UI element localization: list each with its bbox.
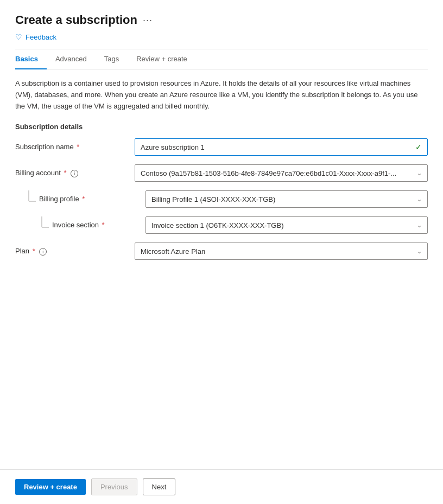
- billing-profile-row: Billing profile * Billing Profile 1 (4SO…: [15, 190, 428, 208]
- billing-account-value: Contoso (9a157b81-1503-516b-4fe8-7849e97…: [141, 169, 413, 177]
- plan-chevron-icon: ⌄: [417, 248, 422, 255]
- billing-account-chevron-icon: ⌄: [417, 170, 422, 177]
- required-star-invoice: *: [100, 221, 105, 229]
- plan-label: Plan * i: [15, 243, 135, 256]
- previous-button[interactable]: Previous: [91, 479, 137, 495]
- plan-info-icon[interactable]: i: [39, 248, 47, 256]
- invoice-section-row: Invoice section * Invoice section 1 (O6T…: [15, 216, 428, 234]
- tab-tags[interactable]: Tags: [96, 49, 128, 69]
- billing-profile-chevron-icon: ⌄: [417, 196, 422, 203]
- invoice-section-label: Invoice section *: [52, 216, 145, 229]
- form-area: Subscription name * Azure subscription 1…: [15, 138, 428, 260]
- page-title: Create a subscription: [15, 13, 137, 27]
- invoice-section-select[interactable]: Invoice section 1 (O6TK-XXXX-XXX-TGB) ⌄: [145, 216, 428, 234]
- billing-profile-select[interactable]: Billing Profile 1 (4SOI-XXXX-XXX-TGB) ⌄: [145, 190, 428, 208]
- tab-advanced[interactable]: Advanced: [47, 49, 96, 69]
- billing-account-info-icon[interactable]: i: [71, 170, 78, 177]
- section-title: Subscription details: [15, 123, 428, 131]
- plan-select[interactable]: Microsoft Azure Plan ⌄: [135, 243, 428, 260]
- required-star: *: [75, 143, 80, 151]
- billing-account-label: Billing account * i: [15, 164, 135, 177]
- feedback-button[interactable]: ♡ Feedback: [15, 33, 428, 41]
- billing-profile-value: Billing Profile 1 (4SOI-XXXX-XXX-TGB): [151, 195, 413, 203]
- tab-review-create[interactable]: Review + create: [128, 49, 196, 69]
- billing-account-control: Contoso (9a157b81-1503-516b-4fe8-7849e97…: [135, 164, 428, 182]
- nested-connector-billing-profile: [28, 190, 36, 206]
- nested-connector-invoice: [41, 216, 49, 232]
- subscription-name-label: Subscription name *: [15, 138, 135, 151]
- plan-control: Microsoft Azure Plan ⌄: [135, 243, 428, 260]
- subscription-name-value: Azure subscription 1: [141, 143, 412, 151]
- plan-row: Plan * i Microsoft Azure Plan ⌄: [15, 243, 428, 260]
- plan-value: Microsoft Azure Plan: [141, 247, 413, 256]
- footer: Review + create Previous Next: [0, 469, 443, 504]
- invoice-section-control: Invoice section 1 (O6TK-XXXX-XXX-TGB) ⌄: [145, 216, 428, 234]
- ellipsis-menu-icon[interactable]: ···: [143, 15, 153, 26]
- subscription-name-row: Subscription name * Azure subscription 1…: [15, 138, 428, 156]
- tab-basics[interactable]: Basics: [15, 49, 47, 69]
- next-button[interactable]: Next: [143, 479, 176, 495]
- subscription-name-control: Azure subscription 1 ✓: [135, 138, 428, 156]
- valid-check-icon: ✓: [415, 143, 422, 151]
- subscription-name-select[interactable]: Azure subscription 1 ✓: [135, 138, 428, 156]
- billing-account-select[interactable]: Contoso (9a157b81-1503-516b-4fe8-7849e97…: [135, 164, 428, 182]
- feedback-label: Feedback: [26, 33, 56, 41]
- required-star-billing: *: [62, 169, 67, 177]
- billing-profile-label: Billing profile *: [39, 190, 145, 203]
- billing-profile-control: Billing Profile 1 (4SOI-XXXX-XXX-TGB) ⌄: [145, 190, 428, 208]
- invoice-section-chevron-icon: ⌄: [417, 222, 422, 229]
- billing-account-row: Billing account * i Contoso (9a157b81-15…: [15, 164, 428, 182]
- tabs-row: Basics Advanced Tags Review + create: [15, 49, 428, 69]
- heart-icon: ♡: [15, 33, 22, 41]
- required-star-plan: *: [30, 247, 35, 255]
- description-text: A subscription is a container used to pr…: [15, 78, 428, 112]
- review-create-button[interactable]: Review + create: [15, 479, 86, 495]
- required-star-bprofile: *: [80, 195, 85, 203]
- invoice-section-value: Invoice section 1 (O6TK-XXXX-XXX-TGB): [151, 221, 413, 229]
